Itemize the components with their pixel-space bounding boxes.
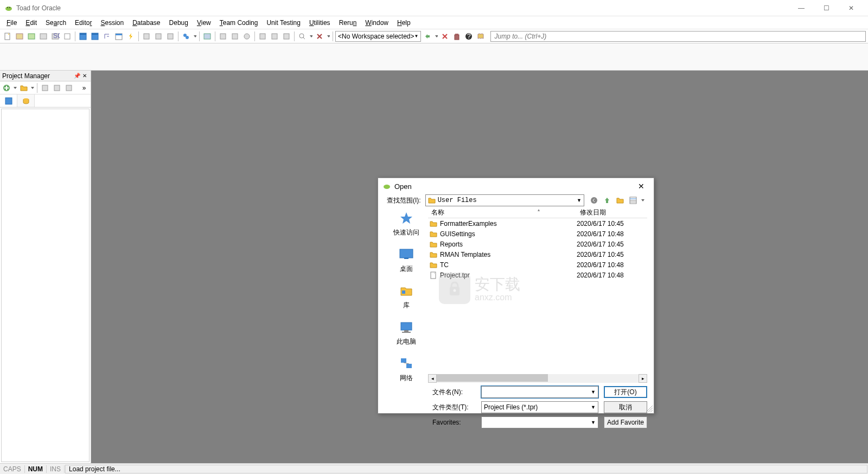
col-header-date[interactable]: 修改日期 (577, 206, 647, 218)
chevron-down-icon[interactable] (641, 195, 645, 206)
tb-lightning-icon[interactable] (125, 31, 136, 42)
tb-tool-icon[interactable] (257, 31, 268, 42)
tb-tool-icon[interactable] (422, 31, 433, 42)
tb-tool-icon[interactable] (229, 31, 240, 42)
resize-grip-icon[interactable] (646, 406, 653, 412)
tb-tool5-icon[interactable]: SQL (50, 31, 61, 42)
close-button[interactable]: ✕ (839, 0, 864, 16)
add-favorite-button[interactable]: Add Favorite (604, 416, 647, 428)
panel-close-icon[interactable]: ✕ (81, 72, 88, 80)
h-scrollbar[interactable]: ◂ ▸ (428, 374, 647, 383)
menu-editor[interactable]: Editor (71, 17, 96, 28)
tb-window1-icon[interactable] (78, 31, 88, 42)
chevron-down-icon: ▼ (591, 405, 596, 410)
panel-tool-icon[interactable] (63, 83, 74, 93)
filename-input[interactable]: ▼ (481, 386, 598, 398)
pin-icon[interactable]: 📌 (73, 72, 81, 80)
scroll-right-icon[interactable]: ▸ (639, 374, 647, 383)
menu-rerun[interactable]: Rerun (335, 17, 361, 28)
tb-rollback-icon[interactable] (153, 31, 164, 42)
view-menu-icon[interactable] (628, 195, 639, 206)
place-library[interactable]: 库 (398, 283, 415, 310)
menu-window[interactable]: Window (361, 17, 393, 28)
tb-tool-icon[interactable] (218, 31, 228, 42)
tb-tool-icon[interactable] (202, 31, 213, 42)
overflow-icon[interactable]: » (79, 83, 90, 93)
tb-dropdown-icon[interactable] (309, 31, 313, 42)
tb-calendar-icon[interactable] (113, 31, 124, 42)
menu-utilities[interactable]: Utilities (305, 17, 335, 28)
filetype-combo[interactable]: Project Files (*.tpr) ▼ (481, 401, 598, 413)
tb-help-icon[interactable]: ? (463, 31, 474, 42)
tb-dropdown-icon[interactable] (434, 31, 438, 42)
tab-projects[interactable] (0, 94, 17, 107)
place-computer[interactable]: 此电脑 (397, 320, 416, 346)
tb-tool-icon[interactable] (269, 31, 280, 42)
tb-schema-icon[interactable] (26, 31, 37, 42)
file-row[interactable]: FormatterExamples2020/6/17 10:45 (428, 218, 647, 229)
menu-search[interactable]: Search (41, 17, 71, 28)
place-desktop[interactable]: 桌面 (398, 247, 415, 274)
minimize-button[interactable]: — (789, 0, 814, 16)
tb-tool-icon[interactable] (281, 31, 292, 42)
add-icon[interactable] (1, 83, 12, 93)
tb-close-icon[interactable] (314, 31, 325, 42)
menu-file[interactable]: File (2, 17, 21, 28)
menu-session[interactable]: Session (96, 17, 128, 28)
project-tree[interactable] (1, 109, 90, 462)
maximize-button[interactable]: ☐ (814, 0, 839, 16)
place-network[interactable]: 网络 (398, 356, 415, 383)
svg-point-20 (186, 36, 189, 39)
tb-trash-icon[interactable] (451, 31, 462, 42)
tb-sessions-icon[interactable] (181, 31, 192, 42)
menu-edit[interactable]: Edit (21, 17, 41, 28)
workspace-selector[interactable]: <No Workspace selected> ▼ (335, 31, 421, 42)
tb-commit-icon[interactable] (141, 31, 152, 42)
file-row[interactable]: Reports2020/6/17 10:45 (428, 239, 647, 249)
menu-unit-testing[interactable]: Unit Testing (262, 17, 304, 28)
chevron-down-icon[interactable] (13, 83, 17, 93)
panel-tool-icon[interactable] (52, 83, 62, 93)
tb-delete-icon[interactable] (439, 31, 450, 42)
menu-view[interactable]: View (193, 17, 215, 28)
col-header-name[interactable]: 名称 (428, 206, 577, 218)
new-folder-icon[interactable] (615, 195, 626, 206)
menu-debug[interactable]: Debug (165, 17, 193, 28)
tb-dropdown-icon[interactable] (326, 31, 330, 42)
scroll-thumb[interactable] (437, 374, 548, 382)
tb-tool6-icon[interactable] (62, 31, 73, 42)
panel-tool-icon[interactable] (40, 83, 50, 93)
tb-book-icon[interactable] (475, 31, 486, 42)
up-icon[interactable] (602, 195, 612, 206)
file-row[interactable]: RMAN Templates2020/6/17 10:45 (428, 249, 647, 260)
tb-new-icon[interactable] (2, 31, 13, 42)
favorites-combo[interactable]: ▼ (481, 416, 598, 428)
tb-tool-icon[interactable] (241, 31, 252, 42)
lookin-combo[interactable]: User Files ▼ (425, 194, 584, 206)
tb-search-icon[interactable] (297, 31, 308, 42)
file-rows[interactable]: FormatterExamples2020/6/17 10:45GUISetti… (428, 218, 647, 374)
menu-database[interactable]: Database (128, 17, 164, 28)
tb-sql-icon[interactable] (14, 31, 25, 42)
svg-rect-37 (66, 85, 72, 91)
tb-dropdown-icon[interactable] (193, 31, 197, 42)
open-button[interactable]: 打开(O) (604, 386, 647, 398)
menu-team-coding[interactable]: Team Coding (215, 17, 263, 28)
dialog-close-button[interactable]: ✕ (633, 178, 649, 194)
tb-tool-icon[interactable] (165, 31, 176, 42)
chevron-down-icon[interactable] (30, 83, 35, 93)
back-icon[interactable] (589, 195, 599, 206)
place-quick-access[interactable]: 快速访问 (393, 211, 419, 237)
file-row[interactable]: TC2020/6/17 10:48 (428, 260, 647, 270)
tab-db[interactable] (17, 94, 35, 107)
menu-help[interactable]: Help (393, 17, 415, 28)
open-folder-icon[interactable] (18, 83, 29, 93)
jump-to-input[interactable] (490, 31, 866, 42)
tb-expand-icon[interactable] (101, 31, 112, 42)
file-row[interactable]: GUISettings2020/6/17 10:48 (428, 229, 647, 239)
cancel-button[interactable]: 取消 (604, 401, 647, 413)
tb-window2-icon[interactable] (90, 31, 100, 42)
scroll-track[interactable] (437, 374, 639, 383)
tb-tool4-icon[interactable] (38, 31, 49, 42)
scroll-left-icon[interactable]: ◂ (428, 374, 437, 383)
